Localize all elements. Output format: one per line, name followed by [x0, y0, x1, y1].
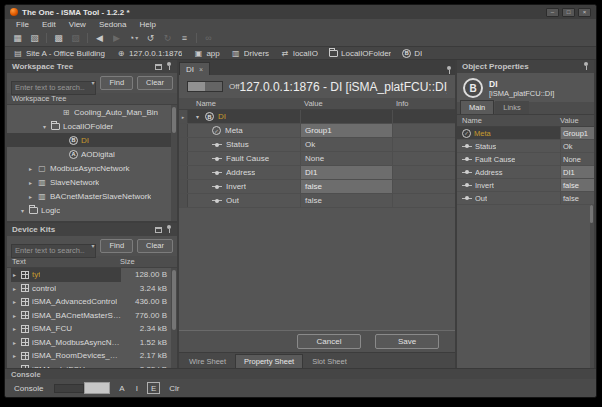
object-property-row[interactable]: StatusOk — [457, 140, 594, 153]
console-button-a[interactable]: A — [117, 384, 126, 393]
object-property-row[interactable]: ✓MetaGroup1 — [457, 127, 594, 140]
component-row[interactable]: ▸BDI — [179, 110, 455, 124]
find-button[interactable]: Find — [100, 239, 133, 253]
back-icon[interactable]: ◀ — [94, 32, 105, 44]
property-value-cell[interactable]: false — [560, 179, 594, 191]
property-value-cell[interactable]: Group1 — [560, 127, 594, 139]
expander-icon[interactable] — [11, 312, 18, 319]
expander-icon[interactable] — [194, 113, 201, 120]
tree-item[interactable]: ▥SlaveNetwork — [7, 175, 177, 189]
breadcrumb-item-app[interactable]: ▣app — [193, 48, 219, 58]
object-property-row[interactable]: Outfalse — [457, 192, 594, 205]
expander-icon[interactable] — [27, 165, 34, 172]
property-value-cell[interactable]: DI1 — [300, 166, 392, 179]
property-row[interactable]: StatusOk — [179, 138, 455, 152]
console-button-clr[interactable]: Clr — [167, 384, 181, 393]
breadcrumb-item-localiofolder[interactable]: LocalIOFolder — [329, 49, 391, 58]
history-icon[interactable]: ◔▾ — [128, 32, 139, 44]
menu-item-view[interactable]: View — [69, 20, 86, 29]
expander-icon[interactable] — [27, 179, 34, 186]
expander-icon[interactable] — [11, 298, 18, 305]
pin-icon[interactable] — [166, 225, 172, 234]
tree-item[interactable]: LocalIOFolder — [7, 119, 177, 133]
kit-name-cell[interactable]: tyt — [11, 268, 121, 282]
toggle-knob[interactable] — [188, 82, 205, 91]
expander-icon[interactable] — [11, 325, 18, 332]
clear-button[interactable]: Clear — [137, 76, 173, 90]
pin-icon[interactable] — [583, 62, 589, 71]
expander-icon[interactable] — [11, 271, 18, 278]
menu-item-sedona[interactable]: Sedona — [99, 20, 127, 29]
menu-item-edit[interactable]: Edit — [42, 20, 56, 29]
workspace-search-input[interactable] — [11, 81, 96, 95]
breadcrumb-item-site[interactable]: ▤Site A - Office Building — [13, 48, 105, 58]
kit-item[interactable]: iSMA_BACnetMasterSlave776.00 B — [7, 309, 177, 323]
expander-icon[interactable] — [11, 339, 18, 346]
float-panel-icon[interactable] — [155, 227, 162, 233]
close-button[interactable]: × — [578, 8, 591, 17]
breadcrumb-item-device[interactable]: ⊕127.0.0.1:1876 — [116, 48, 182, 58]
undo-icon[interactable]: ↺ — [145, 32, 156, 44]
object-scrollbar[interactable] — [590, 205, 594, 368]
new-workspace-icon[interactable]: ▦ — [12, 32, 23, 44]
property-row[interactable]: AddressDI1 — [179, 166, 455, 180]
expander-icon[interactable] — [11, 285, 18, 292]
kit-name-cell[interactable]: iSMA_RoomDevices_Modbus — [11, 349, 121, 363]
breadcrumb-item-drivers[interactable]: ▥Drivers — [231, 48, 269, 58]
tab-di[interactable]: DI × — [179, 62, 210, 75]
clear-button[interactable]: Clear — [137, 239, 173, 253]
object-property-row[interactable]: Invertfalse — [457, 179, 594, 192]
expander-icon[interactable] — [41, 123, 48, 130]
property-row[interactable]: ✓MetaGroup1 — [179, 124, 455, 138]
property-row[interactable]: Outfalse — [179, 194, 455, 208]
property-value-cell[interactable]: false — [300, 180, 392, 193]
tree-item[interactable]: ⊞Cooling_Auto_Man_Bin — [7, 105, 177, 119]
find-button[interactable]: Find — [100, 76, 133, 90]
kit-item[interactable]: tyt128.00 B — [7, 268, 177, 282]
maximize-button[interactable]: □ — [562, 8, 575, 17]
console-progress[interactable] — [54, 382, 110, 394]
expander-icon[interactable] — [11, 352, 18, 359]
expander-icon[interactable] — [27, 193, 34, 200]
open-workspace-icon[interactable]: ▧ — [29, 32, 40, 44]
property-row[interactable]: Invertfalse — [179, 180, 455, 194]
kit-name-cell[interactable]: iSMA_platFCU — [11, 363, 121, 369]
log-list-icon[interactable]: ≡ — [179, 32, 190, 44]
tab-wire-sheet[interactable]: Wire Sheet — [181, 355, 234, 368]
kit-item[interactable]: control3.24 kB — [7, 282, 177, 296]
expander-icon[interactable] — [19, 207, 26, 214]
tree-item[interactable]: AAODigital — [7, 147, 177, 161]
console-button-i[interactable]: I — [134, 384, 140, 393]
kit-manager-icon[interactable]: ▩ — [53, 32, 64, 44]
tree-item[interactable]: BDI — [7, 133, 177, 147]
property-value-cell[interactable]: DI1 — [560, 166, 594, 178]
tab-links[interactable]: Links — [495, 101, 529, 114]
pin-icon[interactable] — [166, 62, 172, 71]
tree-scrollbar[interactable] — [171, 105, 177, 221]
menu-item-file[interactable]: File — [16, 20, 29, 29]
tree-item[interactable]: ▥BACnetMasterSlaveNetwork — [7, 189, 177, 203]
off-toggle[interactable] — [187, 81, 223, 92]
tab-main[interactable]: Main — [460, 100, 494, 114]
kit-name-cell[interactable]: iSMA_AdvancedControl — [11, 295, 121, 309]
object-property-row[interactable]: Fault CauseNone — [457, 153, 594, 166]
menu-item-help[interactable]: Help — [139, 20, 155, 29]
kits-search-input[interactable] — [11, 244, 96, 258]
kit-item[interactable]: iSMA_RoomDevices_Modbus2.17 kB — [7, 349, 177, 363]
tree-item[interactable]: ▢ModbusAsyncNetwork — [7, 161, 177, 175]
object-property-row[interactable]: AddressDI1 — [457, 166, 594, 179]
property-row[interactable]: Fault CauseNone — [179, 152, 455, 166]
kit-name-cell[interactable]: iSMA_FCU — [11, 322, 121, 336]
kit-item[interactable]: iSMA_AdvancedControl436.00 B — [7, 295, 177, 309]
pin-icon[interactable] — [446, 66, 452, 75]
save-button[interactable]: Save — [375, 334, 439, 349]
breadcrumb-item-di[interactable]: BDI — [402, 49, 422, 58]
kit-item[interactable]: iSMA_FCU2.34 kB — [7, 322, 177, 336]
tree-scrollbar-thumb[interactable] — [172, 107, 176, 133]
kit-name-cell[interactable]: iSMA_ModbusAsyncNetwork — [11, 336, 121, 350]
close-icon[interactable]: × — [199, 66, 203, 73]
tree-item[interactable]: Logic — [7, 203, 177, 217]
minimize-button[interactable]: – — [546, 8, 559, 17]
tab-property-sheet[interactable]: Property Sheet — [235, 354, 303, 368]
kit-name-cell[interactable]: control — [11, 282, 121, 296]
